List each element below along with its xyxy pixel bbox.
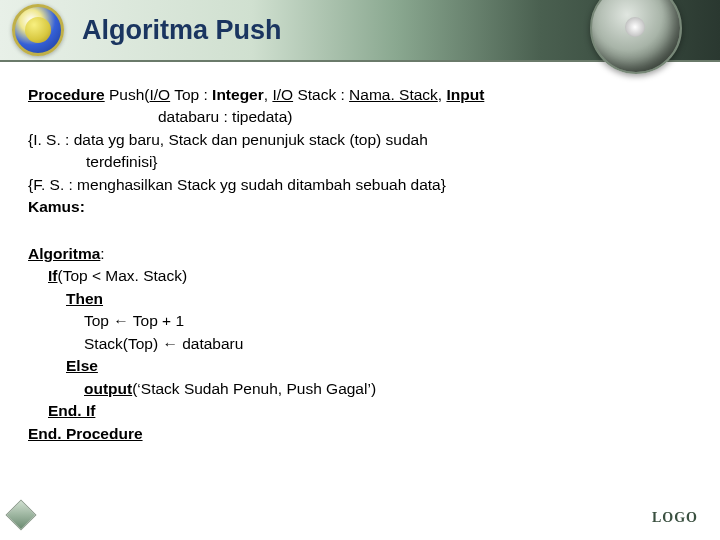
stmt-if: If(Top < Max. Stack) [28,265,692,287]
slide-title: Algoritma Push [82,15,282,46]
stmt-endif: End. If [28,400,692,422]
procedure-signature: Procedure Push(I/O Top : Integer, I/O St… [28,84,692,106]
kamus-label: Kamus: [28,196,692,218]
stmt-then: Then [28,288,692,310]
bullet-diamond-icon [5,499,36,530]
stmt-endprocedure: End. Procedure [28,423,692,445]
procedure-signature-line2: databaru : tipedata) [28,106,692,128]
stmt-output: output(‘Stack Sudah Penuh, Push Gagal’) [28,378,692,400]
logo-inner-icon [25,17,51,43]
algorithm-block: Algoritma: If(Top < Max. Stack) Then Top… [28,243,692,445]
stmt-else: Else [28,355,692,377]
algorithm-heading: Algoritma: [28,243,692,265]
slide-header: Algoritma Push [0,0,720,62]
kw-procedure: Procedure [28,86,105,103]
university-logo-icon [12,4,64,56]
final-state: {F. S. : menghasilkan Stack yg sudah dit… [28,174,692,196]
initial-state-cont: terdefinisi} [28,151,692,173]
slide-body: Procedure Push(I/O Top : Integer, I/O St… [0,62,720,445]
initial-state: {I. S. : data yg baru, Stack dan penunju… [28,129,692,151]
stmt-assign-stack: Stack(Top) ← databaru [28,333,692,355]
stmt-assign-top: Top ← Top + 1 [28,310,692,332]
footer-logo-text: LOGO [652,510,698,526]
